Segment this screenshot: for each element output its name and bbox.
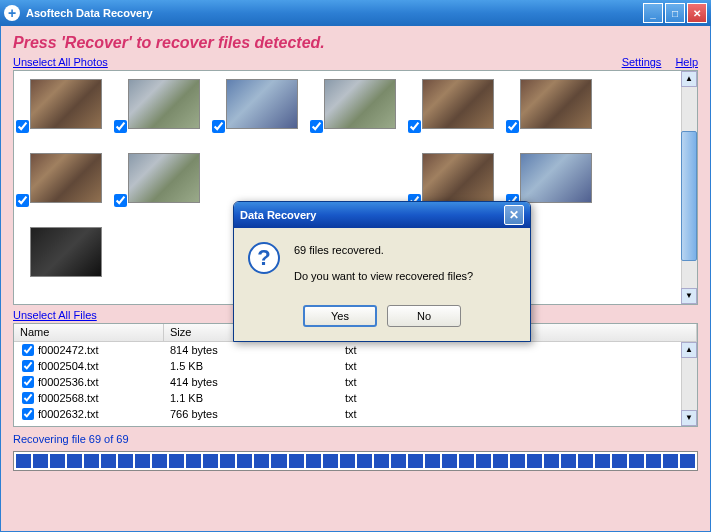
file-size: 1.5 KB [164, 360, 339, 372]
photo-thumbnail[interactable] [520, 153, 592, 203]
file-size: 1.1 KB [164, 392, 339, 404]
progress-segment [510, 454, 525, 468]
photo-thumbnail[interactable] [422, 153, 494, 203]
photo-checkbox[interactable] [16, 120, 29, 133]
photo-thumbnail[interactable] [324, 79, 396, 129]
photo-checkbox[interactable] [212, 120, 225, 133]
file-checkbox[interactable] [22, 392, 34, 404]
progress-segment [476, 454, 491, 468]
table-row[interactable]: f0002504.txt1.5 KBtxt [14, 358, 697, 374]
scroll-down-icon[interactable]: ▼ [681, 288, 697, 304]
photo-checkbox[interactable] [16, 194, 29, 207]
file-checkbox[interactable] [22, 408, 34, 420]
photo-checkbox[interactable] [114, 194, 127, 207]
photo-item[interactable] [30, 153, 102, 203]
progress-segment [135, 454, 150, 468]
progress-segment [152, 454, 167, 468]
scroll-up-icon[interactable]: ▲ [681, 71, 697, 87]
scroll-up-icon[interactable]: ▲ [681, 342, 697, 358]
file-name: f0002632.txt [38, 408, 99, 420]
unselect-all-photos-link[interactable]: Unselect All Photos [13, 56, 108, 68]
progress-segment [220, 454, 235, 468]
photo-checkbox[interactable] [310, 120, 323, 133]
photo-item[interactable] [520, 153, 592, 203]
unselect-all-files-link[interactable]: Unselect All Files [13, 309, 97, 321]
photo-thumbnail[interactable] [30, 153, 102, 203]
table-row[interactable]: f0002536.txt414 bytestxt [14, 374, 697, 390]
progress-segment [289, 454, 304, 468]
help-link[interactable]: Help [675, 56, 698, 68]
photo-item[interactable] [324, 79, 396, 129]
instruction-text: Press 'Recover' to recover files detecte… [13, 34, 698, 52]
photo-item[interactable] [422, 79, 494, 129]
yes-button[interactable]: Yes [303, 305, 377, 327]
progress-segment [493, 454, 508, 468]
dialog-line2: Do you want to view recovered files? [294, 268, 473, 286]
file-checkbox[interactable] [22, 344, 34, 356]
status-text: Recovering file 69 of 69 [13, 433, 698, 445]
photo-item[interactable] [226, 79, 298, 129]
progress-segment [629, 454, 644, 468]
photo-item[interactable] [128, 153, 200, 203]
progress-segment [663, 454, 678, 468]
minimize-button[interactable]: _ [643, 3, 663, 23]
scroll-thumb[interactable] [681, 131, 697, 261]
progress-segment [561, 454, 576, 468]
column-name[interactable]: Name [14, 324, 164, 341]
settings-link[interactable]: Settings [622, 56, 662, 68]
progress-segment [612, 454, 627, 468]
file-size: 414 bytes [164, 376, 339, 388]
progress-segment [425, 454, 440, 468]
file-extension: txt [339, 392, 484, 404]
photo-checkbox[interactable] [408, 120, 421, 133]
photo-thumbnail[interactable] [128, 153, 200, 203]
photo-thumbnail[interactable] [30, 79, 102, 129]
photo-thumbnail[interactable] [226, 79, 298, 129]
photo-item[interactable] [30, 227, 102, 277]
photo-checkbox[interactable] [114, 120, 127, 133]
photo-item[interactable] [422, 153, 494, 203]
file-name: f0002568.txt [38, 392, 99, 404]
maximize-button[interactable]: □ [665, 3, 685, 23]
dialog-message: 69 files recovered. Do you want to view … [294, 242, 473, 285]
file-extension: txt [339, 344, 484, 356]
progress-segment [578, 454, 593, 468]
progress-segment [186, 454, 201, 468]
dialog-close-button[interactable]: ✕ [504, 205, 524, 225]
window-title: Asoftech Data Recovery [26, 7, 643, 19]
files-scrollbar[interactable]: ▲ ▼ [681, 342, 697, 426]
file-size: 814 bytes [164, 344, 339, 356]
progress-segment [408, 454, 423, 468]
progress-segment [527, 454, 542, 468]
file-checkbox[interactable] [22, 360, 34, 372]
photo-checkbox[interactable] [506, 120, 519, 133]
progress-segment [84, 454, 99, 468]
file-extension: txt [339, 376, 484, 388]
photos-scrollbar[interactable]: ▲ ▼ [681, 71, 697, 304]
table-row[interactable]: f0002568.txt1.1 KBtxt [14, 390, 697, 406]
scroll-down-icon[interactable]: ▼ [681, 410, 697, 426]
close-button[interactable]: ✕ [687, 3, 707, 23]
photo-item[interactable] [30, 79, 102, 129]
photo-item[interactable] [520, 79, 592, 129]
progress-bar [13, 451, 698, 471]
file-checkbox[interactable] [22, 376, 34, 388]
table-row[interactable]: f0002472.txt814 bytestxt [14, 342, 697, 358]
photo-thumbnail[interactable] [30, 227, 102, 277]
table-row[interactable]: f0002632.txt766 bytestxt [14, 406, 697, 422]
progress-segment [391, 454, 406, 468]
photo-thumbnail[interactable] [422, 79, 494, 129]
photo-thumbnail[interactable] [128, 79, 200, 129]
file-extension: txt [339, 360, 484, 372]
dialog-line1: 69 files recovered. [294, 242, 473, 260]
progress-segment [357, 454, 372, 468]
file-name: f0002472.txt [38, 344, 99, 356]
progress-segment [442, 454, 457, 468]
photo-item[interactable] [128, 79, 200, 129]
window-titlebar: + Asoftech Data Recovery _ □ ✕ [0, 0, 711, 26]
photo-thumbnail[interactable] [520, 79, 592, 129]
progress-segment [101, 454, 116, 468]
progress-segment [459, 454, 474, 468]
no-button[interactable]: No [387, 305, 461, 327]
question-icon: ? [248, 242, 280, 274]
